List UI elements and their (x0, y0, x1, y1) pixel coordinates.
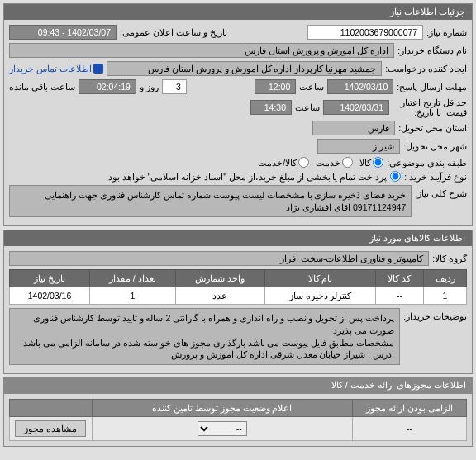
buyer-org-label: نام دستگاه خریدار: (397, 45, 467, 55)
category-label: طبقه بندی موضوعی: (387, 158, 467, 168)
purchase-type-note: پرداخت تمام یا بخشی از مبلغ خرید،از محل … (106, 172, 387, 182)
th-code: کد کالا (375, 270, 423, 287)
deadline-time: 12:00 (255, 79, 296, 94)
radio-goods-input[interactable] (373, 157, 383, 168)
th-row: ردیف (424, 270, 467, 287)
goods-info-panel: اطلاعات کالاهای مورد نیاز گروه کالا: کام… (3, 230, 473, 374)
deadline-date: 1402/03/10 (327, 79, 393, 94)
day-and-label: روز و (140, 82, 159, 92)
th-qty: تعداد / مقدار (90, 270, 176, 287)
need-details-panel: جزئیات اطلاعات نیاز شماره نیاز: 11020036… (3, 3, 473, 226)
td-qty: 1 (90, 287, 176, 305)
goods-info-header: اطلاعات کالاهای مورد نیاز (4, 230, 472, 246)
group-label: گروه کالا: (432, 254, 467, 263)
group-value: کامپیوتر و فناوری اطلاعات-سخت افزار (9, 251, 429, 266)
buyer-notes-label: توضیحات خریدار: (403, 308, 467, 321)
buyer-contact-text: اطلاعات تماس خریدار (9, 64, 92, 74)
buyer-contact-link[interactable]: اطلاعات تماس خریدار (9, 64, 103, 74)
license-info-header: اطلاعات مجوزهای ارائه خدمت / کالا (3, 377, 473, 393)
need-details-body: شماره نیاز: 1102003679000077 تاریخ و ساع… (4, 20, 472, 225)
goods-info-body: گروه کالا: کامپیوتر و فناوری اطلاعات-سخت… (4, 246, 472, 373)
deadline-label: مهلت ارسال پاسخ: (397, 82, 467, 92)
need-number-value: 1102003679000077 (307, 25, 423, 40)
license-row: -- -- مشاهده مجوز (10, 417, 467, 441)
td-unit: عدد (175, 287, 265, 305)
td-name: کنترلر ذخیره ساز (265, 287, 376, 305)
th-required: الزامی بودن ارائه مجوز (352, 400, 466, 417)
radio-purchase-type[interactable] (390, 171, 401, 182)
th-date: تاریخ نیاز (10, 270, 90, 287)
creator-label: ایجاد کننده درخواست: (385, 64, 467, 74)
license-info-body: الزامی بودن ارائه مجوز اعلام وضعیت مجوز … (3, 393, 473, 447)
td-date: 1402/03/16 (10, 287, 90, 305)
time-label-1: ساعت (299, 82, 324, 92)
creator-value: جمشید مهرنیا کارپرداز اداره کل اموزش و پ… (107, 61, 382, 76)
status-cell: -- (92, 417, 352, 441)
province-label: استان محل تحویل: (398, 123, 467, 133)
table-row: 1 -- کنترلر ذخیره ساز عدد 1 1402/03/16 (10, 287, 467, 305)
credit-time: 14:30 (250, 100, 292, 115)
category-radio-group: کالا خدمت کالا/خدمت (258, 157, 383, 168)
radio-purchase-type-input[interactable] (390, 171, 401, 182)
purchase-type-label: نوع فرآیند خرید : (404, 172, 467, 182)
announce-value: 1402/03/07 - 09:43 (9, 25, 117, 40)
announce-label: تاریخ و ساعت اعلان عمومی: (120, 27, 227, 37)
city-value: شیراز (317, 139, 400, 154)
radio-goods-label: کالا (359, 158, 371, 168)
required-value: -- (352, 417, 466, 441)
overview-label: شرح کلی نیاز: (415, 185, 467, 198)
remaining-time: 02:04:19 (79, 79, 136, 94)
license-table: الزامی بودن ارائه مجوز اعلام وضعیت مجوز … (9, 399, 467, 441)
province-value: فارس (312, 121, 395, 135)
view-license-button[interactable]: مشاهده مجوز (15, 420, 86, 437)
time-label-2: ساعت (295, 102, 320, 112)
days-count: 3 (162, 79, 187, 94)
radio-service-input[interactable] (342, 157, 353, 168)
status-select[interactable]: -- (198, 421, 247, 436)
radio-service-label: خدمت (316, 158, 340, 168)
buyer-notes-text: پرداخت پس از تحویل و نصب و راه اندازی و … (9, 308, 400, 365)
radio-both-input[interactable] (298, 157, 309, 168)
radio-goods[interactable]: کالا (359, 157, 383, 168)
goods-table: ردیف کد کالا نام کالا واحد شمارش تعداد /… (9, 269, 467, 305)
th-name: نام کالا (265, 270, 376, 287)
need-details-header: جزئیات اطلاعات نیاز (4, 4, 472, 20)
th-unit: واحد شمارش (175, 270, 265, 287)
need-number-label: شماره نیاز: (426, 27, 467, 37)
radio-service[interactable]: خدمت (316, 157, 353, 168)
goods-table-header-row: ردیف کد کالا نام کالا واحد شمارش تعداد /… (10, 270, 467, 287)
radio-both-label: کالا/خدمت (258, 158, 297, 168)
remaining-label: ساعت باقی مانده (9, 82, 75, 92)
td-code: -- (375, 287, 423, 305)
radio-both[interactable]: کالا/خدمت (258, 157, 309, 168)
td-row: 1 (424, 287, 467, 305)
th-status: اعلام وضعیت مجوز توسط تامین کننده (92, 400, 352, 417)
city-label: شهر محل تحویل: (403, 141, 467, 151)
buyer-org-value: اداره کل اموزش و پرورش استان فارس (9, 43, 394, 58)
contact-icon (93, 64, 103, 74)
credit-date: 1402/03/31 (323, 100, 389, 115)
overview-text: خرید فضای ذخیره سازی با مشخصات لیست پیوس… (9, 185, 412, 217)
credit-to-label: حداقل تاریخ اعتبار قیمت: تا تاریخ: (393, 97, 467, 117)
